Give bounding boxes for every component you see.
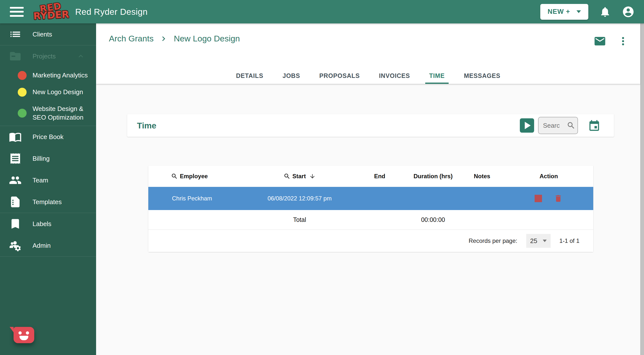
- sidebar-item-label: Clients: [32, 31, 52, 38]
- table-header-row: Employee Start End Duration (hrs) Notes: [148, 166, 593, 187]
- column-header-action: Action: [504, 173, 593, 180]
- tab-messages[interactable]: MESSAGES: [460, 69, 504, 84]
- tab-time[interactable]: TIME: [425, 69, 449, 84]
- sidebar-project-website-seo[interactable]: Website Design & SEO Optimization: [0, 101, 96, 126]
- book-icon: [9, 130, 22, 143]
- app-root: RED RYDER Red Ryder Design NEW + Clients: [0, 0, 644, 355]
- new-button[interactable]: NEW +: [540, 4, 588, 20]
- logo-line2: RYDER: [33, 11, 70, 21]
- sidebar-item-label: Billing: [32, 155, 50, 162]
- delete-trash-icon[interactable]: [554, 194, 563, 203]
- list-icon: [9, 28, 22, 41]
- calendar-button[interactable]: [588, 119, 601, 132]
- records-per-page-value: 25: [530, 237, 537, 245]
- tab-invoices[interactable]: INVOICES: [375, 69, 414, 84]
- search-icon: [567, 121, 576, 130]
- red-ryder-logo: RED RYDER: [32, 3, 70, 21]
- sidebar-project-marketing-analytics[interactable]: Marketing Analytics: [0, 67, 96, 84]
- table-total-row: Total 00:00:00: [148, 210, 593, 230]
- breadcrumb: Arch Grants New Logo Design: [109, 34, 240, 43]
- menu-icon[interactable]: [10, 7, 24, 17]
- more-vert-kebab-icon[interactable]: [618, 36, 628, 47]
- project-label: Marketing Analytics: [32, 71, 88, 80]
- sidebar-item-price-book[interactable]: Price Book: [0, 126, 96, 148]
- column-header-notes: Notes: [460, 173, 504, 180]
- time-card: Time: [127, 114, 614, 137]
- projects-header-label: Projects: [32, 53, 56, 60]
- pagination-range: 1-1 of 1: [560, 237, 580, 244]
- start-timer-play-button[interactable]: [520, 118, 534, 133]
- project-status-dot: [18, 71, 26, 80]
- template-file-icon: [9, 195, 22, 208]
- column-header-label: Employee: [180, 173, 208, 180]
- chevron-down-icon: [576, 10, 581, 13]
- page-scrollbar[interactable]: [640, 24, 644, 355]
- project-status-dot: [18, 109, 26, 118]
- sort-descending-arrow-icon: [309, 173, 316, 179]
- tab-details[interactable]: DETAILS: [232, 69, 267, 84]
- chevron-up-icon: [76, 52, 89, 61]
- header-actions: [594, 35, 628, 48]
- topbar-actions: NEW +: [540, 4, 635, 20]
- bookmark-icon: [9, 217, 22, 230]
- breadcrumb-parent-link[interactable]: Arch Grants: [109, 34, 154, 43]
- sidebar-item-label: Labels: [32, 220, 52, 228]
- people-icon: [9, 174, 22, 187]
- sidebar-divider: [0, 256, 96, 257]
- sidebar-item-admin[interactable]: Admin: [0, 235, 96, 256]
- time-card-title: Time: [137, 121, 156, 130]
- project-label: Website Design & SEO Optimization: [32, 105, 91, 122]
- sidebar-item-labels[interactable]: Labels: [0, 213, 96, 235]
- column-header-end: End: [353, 173, 406, 180]
- chat-support-widget[interactable]: [14, 327, 34, 343]
- tab-jobs[interactable]: JOBS: [279, 69, 304, 84]
- table-row[interactable]: Chris Peckham 06/08/2022 12:09:57 pm: [148, 187, 593, 210]
- topbar: RED RYDER Red Ryder Design NEW +: [0, 0, 644, 24]
- sidebar-item-label: Price Book: [32, 133, 64, 141]
- breadcrumb-current: New Logo Design: [174, 34, 240, 43]
- column-header-duration: Duration (hrs): [406, 173, 460, 180]
- stop-timer-icon[interactable]: [534, 195, 542, 202]
- sidebar-item-clients[interactable]: Clients: [0, 24, 96, 45]
- sidebar-section-projects[interactable]: Projects: [0, 45, 96, 67]
- sidebar-project-new-logo-design[interactable]: New Logo Design: [0, 84, 96, 101]
- project-status-dot: [18, 88, 26, 97]
- search-box: [538, 117, 578, 134]
- calendar-icon: [588, 119, 601, 132]
- tab-proposals[interactable]: PROPOSALS: [315, 69, 364, 84]
- time-card-actions: [520, 117, 601, 134]
- cell-employee: Chris Peckham: [148, 195, 246, 202]
- sidebar-item-team[interactable]: Team: [0, 169, 96, 191]
- sidebar-item-billing[interactable]: Billing: [0, 148, 96, 169]
- sidebar-item-label: Admin: [32, 242, 51, 249]
- cell-start: 06/08/2022 12:09:57 pm: [246, 195, 353, 202]
- sidebar-item-label: Team: [32, 177, 48, 184]
- page-header: Arch Grants New Logo Design DETAILS JOBS…: [96, 24, 640, 84]
- project-label: New Logo Design: [32, 88, 83, 96]
- total-duration-value: 00:00:00: [406, 216, 460, 223]
- column-header-start[interactable]: Start: [246, 173, 353, 180]
- column-header-label: Start: [292, 173, 306, 180]
- time-entries-table: Employee Start End Duration (hrs) Notes: [148, 166, 593, 252]
- pagination-bar: Records per page: 25 1-1 of 1: [148, 230, 593, 252]
- sidebar-item-templates[interactable]: Templates: [0, 191, 96, 213]
- chevron-right-icon: [159, 34, 168, 43]
- notifications-bell-icon[interactable]: [599, 6, 611, 18]
- tab-bar: DETAILS JOBS PROPOSALS INVOICES TIME MES…: [96, 69, 640, 84]
- folder-icon: [9, 50, 22, 63]
- cell-action: [504, 194, 593, 203]
- app-title: Red Ryder Design: [75, 7, 148, 17]
- sidebar-item-label: Templates: [32, 198, 62, 206]
- search-icon: [171, 173, 178, 180]
- scrollbar-thumb[interactable]: [640, 24, 644, 355]
- account-avatar-icon[interactable]: [622, 6, 635, 18]
- records-per-page-select[interactable]: 25: [526, 234, 551, 248]
- mail-icon[interactable]: [594, 35, 606, 48]
- chevron-down-icon: [543, 240, 547, 242]
- chat-smiley-mouth: [20, 336, 28, 340]
- tab-content: Time: [96, 84, 640, 355]
- sidebar: Clients Projects Marketing Analytics New…: [0, 24, 96, 355]
- new-button-label: NEW +: [548, 8, 570, 16]
- search-icon: [284, 173, 290, 180]
- column-header-employee[interactable]: Employee: [148, 173, 246, 180]
